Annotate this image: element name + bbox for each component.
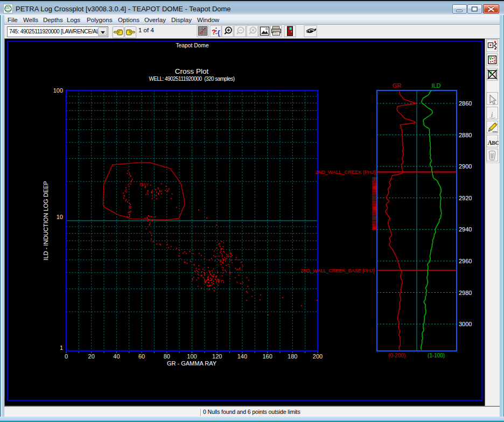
svg-text:60: 60	[138, 353, 145, 360]
svg-text:Teapot Dome: Teapot Dome	[176, 43, 209, 48]
svg-text:(1-100): (1-100)	[428, 353, 445, 358]
svg-text:140: 140	[237, 353, 247, 360]
svg-text:WELL: 49025111920000 (320 sam: WELL: 49025111920000 (320 samples)	[149, 76, 235, 82]
svg-text:PAY: PAY	[139, 181, 149, 187]
svg-text:2860: 2860	[459, 100, 472, 107]
svg-text:2920: 2920	[459, 195, 472, 201]
svg-text:2900: 2900	[459, 163, 472, 170]
svg-text:2ND_WALL_CREEK [PHJ]: 2ND_WALL_CREEK [PHJ]	[315, 169, 375, 175]
svg-text:ILD: ILD	[431, 82, 440, 89]
svg-text:GR - GAMMA RAY: GR - GAMMA RAY	[167, 360, 217, 367]
svg-text:2980: 2980	[459, 290, 472, 296]
svg-text:20: 20	[88, 353, 95, 360]
svg-text:200: 200	[313, 353, 323, 360]
svg-text:Cross Plot: Cross Plot	[175, 67, 209, 75]
svg-text:?: ?	[212, 28, 216, 36]
svg-text:(0-200): (0-200)	[388, 353, 405, 358]
svg-text:GR: GR	[393, 82, 402, 89]
svg-text:40: 40	[113, 353, 120, 360]
svg-text:80: 80	[164, 353, 170, 360]
svg-text:0: 0	[65, 353, 68, 360]
svg-text:ILD - INDUCTION LOG DEEP: ILD - INDUCTION LOG DEEP	[43, 181, 49, 260]
svg-text:{: {	[218, 29, 220, 37]
svg-text:BC: BC	[492, 140, 499, 146]
svg-text:1: 1	[60, 344, 63, 351]
svg-text:10: 10	[57, 214, 63, 220]
svg-text:180: 180	[288, 353, 297, 360]
svg-text:2880: 2880	[459, 132, 472, 138]
svg-text:2940: 2940	[459, 226, 472, 233]
svg-text:i: i	[491, 110, 493, 119]
svg-text:100: 100	[187, 353, 197, 360]
svg-text:3000: 3000	[459, 321, 472, 327]
svg-text:2960: 2960	[459, 258, 472, 264]
svg-text:120: 120	[212, 353, 222, 360]
svg-text:2ND_WALL_CREEK_BASE [PHJ]: 2ND_WALL_CREEK_BASE [PHJ]	[300, 268, 374, 273]
svg-text:100: 100	[53, 87, 63, 94]
svg-text:160: 160	[262, 353, 272, 360]
